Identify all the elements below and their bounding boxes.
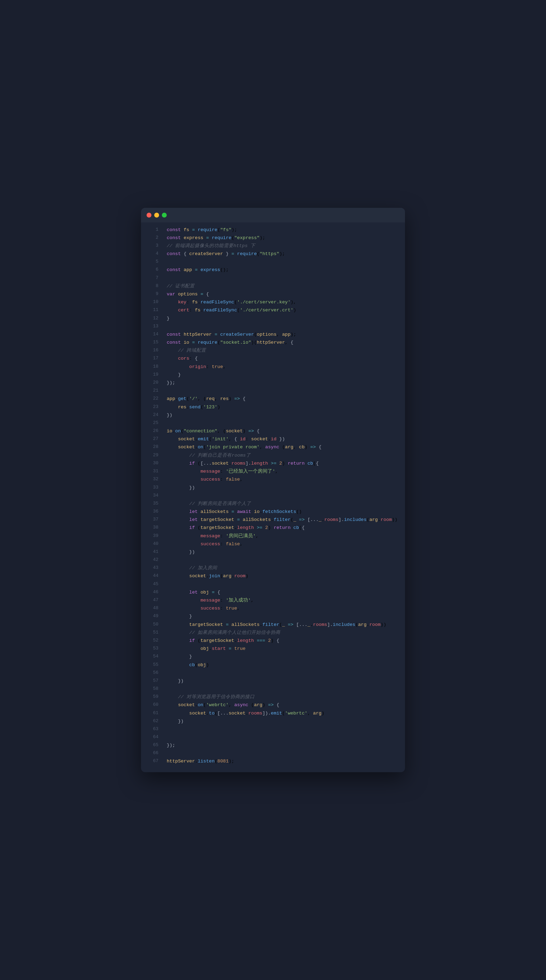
code-line: 19 } (141, 371, 405, 379)
code-content: const { createServer } = require("https"… (167, 250, 400, 258)
code-line: 57 }) (141, 677, 405, 685)
line-number: 16 (146, 347, 159, 354)
code-line: 67httpServer.listen(8081); (141, 757, 405, 765)
line-number: 45 (146, 581, 159, 588)
code-content: origin: true, (167, 363, 400, 371)
code-content: let obj = { (167, 589, 400, 597)
code-content: targetSocket = allSockets.filter(_ => [.… (167, 620, 400, 628)
code-content: }) (167, 717, 400, 725)
code-content: }) (167, 484, 400, 492)
code-line: 3// 前端调起摄像头的功能需要https 下 (141, 242, 405, 250)
line-number: 41 (146, 548, 159, 556)
line-number: 38 (146, 524, 159, 531)
code-content: let allSockets = await io.fetchSockets() (167, 508, 400, 516)
maximize-button[interactable] (162, 213, 167, 218)
code-line: 62 }) (141, 717, 405, 725)
code-content: cors: { (167, 355, 400, 363)
line-number: 21 (146, 387, 159, 395)
code-line: 32 success: false, (141, 476, 405, 484)
code-line: 30 if ([...socket.rooms].length >= 2) re… (141, 460, 405, 468)
code-content: }); (167, 741, 400, 749)
line-number: 9 (146, 290, 159, 298)
code-line: 9var options = { (141, 290, 405, 298)
titlebar (141, 208, 405, 223)
line-number: 20 (146, 379, 159, 387)
code-line: 11 cert: fs.readFileSync('./cert/server.… (141, 306, 405, 314)
code-line: 50 targetSocket = allSockets.filter(_ =>… (141, 620, 405, 628)
line-number: 52 (146, 636, 159, 644)
code-content: const fs = require("fs"); (167, 226, 400, 234)
code-line: 31 message: '已经加入一个房间了', (141, 468, 405, 476)
line-number: 19 (146, 371, 159, 379)
close-button[interactable] (146, 213, 151, 218)
code-content: socket.emit('init', { id: socket.id }) (167, 435, 400, 443)
code-content: // 前端调起摄像头的功能需要https 下 (167, 242, 400, 250)
line-number: 46 (146, 589, 159, 596)
code-line: 6const app = express(); (141, 266, 405, 274)
line-number: 3 (146, 242, 159, 250)
code-content: // 证书配置 (167, 282, 400, 290)
line-number: 13 (146, 323, 159, 330)
code-content: // 跨域配置 (167, 347, 400, 355)
line-number: 64 (146, 733, 159, 741)
line-number: 43 (146, 564, 159, 572)
line-number: 36 (146, 508, 159, 515)
line-number: 8 (146, 282, 159, 290)
code-line: 47 message: '加入成功', (141, 597, 405, 605)
code-line: 64 (141, 733, 405, 741)
line-number: 10 (146, 298, 159, 306)
code-line: 10 key: fs.readFileSync('./cert/server.k… (141, 298, 405, 306)
code-line: 66 (141, 749, 405, 757)
code-line: 28 socket.on('join private room', async … (141, 443, 405, 451)
code-line: 61 socket.to([...socket.rooms]).emit('we… (141, 709, 405, 717)
code-content: // 对等浏览器用于信令协商的接口 (167, 693, 400, 701)
line-number: 59 (146, 693, 159, 701)
line-number: 56 (146, 669, 159, 677)
code-line: 21 (141, 387, 405, 395)
line-number: 40 (146, 540, 159, 548)
code-line: 40 success: false, (141, 540, 405, 548)
code-line: 42 (141, 556, 405, 564)
code-content: cert: fs.readFileSync('./cert/server.crt… (167, 306, 400, 314)
code-line: 22app.get('/', (req, res) => { (141, 395, 405, 403)
minimize-button[interactable] (154, 213, 159, 218)
line-number: 11 (146, 306, 159, 314)
line-number: 14 (146, 331, 159, 338)
line-number: 42 (146, 556, 159, 564)
code-line: 58 (141, 685, 405, 693)
line-number: 30 (146, 460, 159, 467)
code-line: 29 // 判断自己是否有rooms了 (141, 452, 405, 460)
code-content: res.send('123') (167, 403, 400, 411)
line-number: 39 (146, 532, 159, 540)
code-content: // 判断房间是否满两个人了 (167, 500, 400, 508)
code-content: // 判断自己是否有rooms了 (167, 452, 400, 460)
line-number: 35 (146, 500, 159, 508)
code-line: 35 // 判断房间是否满两个人了 (141, 500, 405, 508)
line-number: 24 (146, 411, 159, 419)
code-content: cb(obj) (167, 661, 400, 669)
line-number: 60 (146, 701, 159, 709)
code-line: 59 // 对等浏览器用于信令协商的接口 (141, 693, 405, 701)
line-number: 50 (146, 620, 159, 628)
code-line: 39 message: '房间已满员', (141, 532, 405, 540)
line-number: 37 (146, 516, 159, 523)
code-content: socket.join(arg.room) (167, 572, 400, 580)
code-line: 27 socket.emit('init', { id: socket.id }… (141, 435, 405, 443)
line-number: 1 (146, 226, 159, 234)
code-content: if ([...socket.rooms].length >= 2) retur… (167, 460, 400, 468)
line-number: 22 (146, 395, 159, 402)
line-number: 17 (146, 355, 159, 362)
code-content: if (targetSocket.length === 2) { (167, 636, 400, 644)
code-content: socket.on('webrtc', async (arg) => { (167, 701, 400, 709)
line-number: 5 (146, 258, 159, 266)
line-number: 58 (146, 685, 159, 693)
line-number: 61 (146, 709, 159, 717)
line-number: 54 (146, 653, 159, 660)
code-content: }); (167, 379, 400, 387)
code-content: } (167, 653, 400, 661)
code-content: } (167, 315, 400, 323)
line-number: 67 (146, 757, 159, 765)
code-content: }) (167, 548, 400, 556)
line-number: 29 (146, 452, 159, 459)
code-content: socket.to([...socket.rooms]).emit('webrt… (167, 709, 400, 717)
